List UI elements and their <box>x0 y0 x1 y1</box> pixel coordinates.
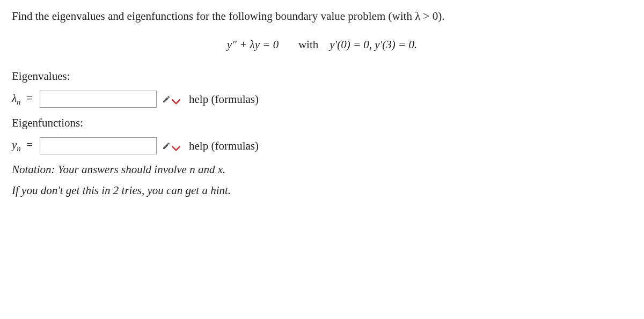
eigenvalues-heading: Eigenvalues: <box>12 70 632 83</box>
notation-text: Your answers should involve n and x. <box>55 163 226 176</box>
lambda-subscript: n <box>17 98 20 106</box>
lambda-n-label: λn = <box>12 92 39 107</box>
pencil-dropdown-icon-2[interactable] <box>162 139 180 153</box>
y-equals: = <box>26 138 33 151</box>
problem-statement: Find the eigenvalues and eigenfunctions … <box>12 10 632 23</box>
lambda-symbol: λ <box>12 92 17 105</box>
pencil-dropdown-icon[interactable] <box>162 92 180 106</box>
eigenfunctions-input-row: yn = help (formulas) <box>12 137 632 154</box>
boundary-conditions: y′(0) = 0, y′(3) = 0. <box>330 38 417 51</box>
eigenvalues-input[interactable] <box>40 91 157 108</box>
help-formulas-link-eigenvalues[interactable]: help (formulas) <box>189 93 259 106</box>
with-word: with <box>298 38 318 51</box>
help-formulas-link-eigenfunctions[interactable]: help (formulas) <box>189 139 259 153</box>
y-symbol: y <box>12 138 17 151</box>
problem-text: Find the eigenvalues and eigenfunctions … <box>12 10 444 23</box>
notation-label: Notation: <box>12 163 55 176</box>
y-n-label: yn = <box>12 138 39 153</box>
eigenfunctions-heading: Eigenfunctions: <box>12 116 632 130</box>
eigenvalues-input-row: λn = help (formulas) <box>12 91 632 108</box>
ode-equation: y″ + λy = 0 <box>227 38 279 51</box>
notation-note: Notation: Your answers should involve n … <box>12 163 632 176</box>
y-subscript: n <box>17 144 20 153</box>
lambda-equals: = <box>26 92 33 105</box>
eigenfunctions-input[interactable] <box>40 137 157 154</box>
equation-line: y″ + λy = 0 with y′(0) = 0, y′(3) = 0. <box>12 38 632 51</box>
hint-note: If you don't get this in 2 tries, you ca… <box>12 184 632 197</box>
